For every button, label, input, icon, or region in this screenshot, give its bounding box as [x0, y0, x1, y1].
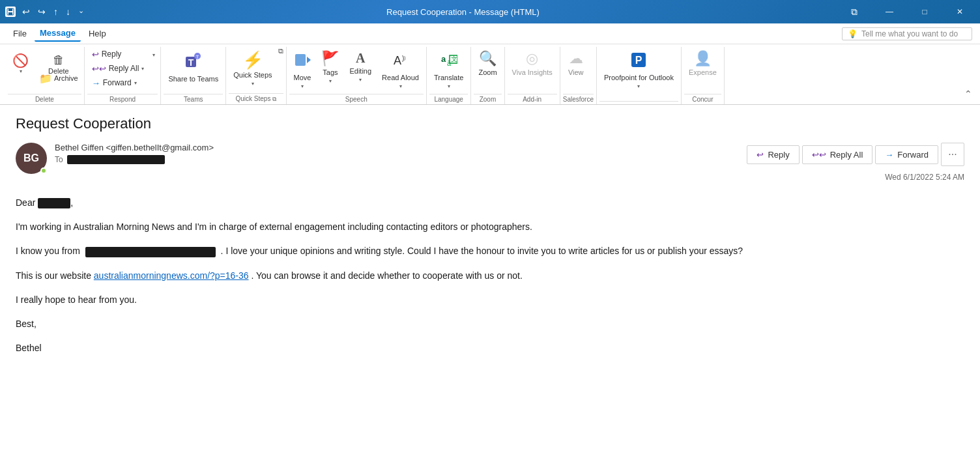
addin-group-label: Add-in [508, 94, 557, 104]
editing-btn[interactable]: A Editing ▾ [345, 47, 376, 87]
minimize-btn[interactable]: — [874, 0, 904, 23]
ribbon-group-addin: ◎ Viva Insights Add-in [505, 47, 560, 104]
close-btn[interactable]: ✕ [945, 0, 975, 23]
share-teams-label: Share to Teams [168, 75, 218, 83]
menu-message[interactable]: Message [35, 25, 81, 42]
sender-info: Bethel Giffen <giffen.bethelIt@gmail.com… [55, 143, 214, 164]
quicksteps-settings-icon[interactable]: ⧉ [278, 47, 283, 55]
proofpoint-group-content: P Proofpoint for Outlook ▾ [599, 47, 678, 100]
expense-icon: 👤 [694, 51, 712, 66]
undo-redo-group: ↩ ↪ ↑ ↓ ⌄ [20, 5, 87, 18]
readaloud-btn[interactable]: A)) Read Aloud ▾ [377, 47, 424, 87]
delete-btn[interactable]: 🗑 Delete [36, 50, 81, 69]
delete-group-label: Delete [8, 94, 81, 104]
addin-group-content: ◎ Viva Insights [508, 47, 557, 93]
reply-btn[interactable]: ↩ Reply [87, 47, 149, 61]
email-body: Dear , I'm working in Australian Morning… [16, 195, 964, 356]
svg-rect-7 [295, 54, 306, 66]
email-website-link[interactable]: australianmorningnews.com/?p=16-36 [94, 270, 249, 281]
salesforce-cloud-icon: ☁ [569, 51, 583, 66]
email-header: BG Bethel Giffen <giffen.bethelIt@gmail.… [16, 143, 964, 182]
ribbon: 🚫 ▾ 🗑 Delete 📁 Archive Delete ↩ [0, 44, 980, 105]
menu-file[interactable]: File [8, 26, 32, 41]
translate-dropdown-icon: ▾ [448, 83, 450, 89]
quicksteps-group-label: Quick Steps ⧉ [229, 93, 283, 104]
lightbulb-icon: 💡 [848, 29, 857, 38]
more-actions-btn[interactable]: ··· [941, 143, 964, 166]
ribbon-group-respond: ↩ Reply ↩↩ Reply All ▾ → Forward ▾ ▾ [85, 47, 162, 104]
reply-action-btn[interactable]: ↩ Reply [747, 145, 799, 164]
junk-dropdown-icon: ▾ [20, 68, 22, 74]
editing-label: Editing [349, 67, 371, 76]
share-teams-btn[interactable]: TT Share to Teams [164, 47, 223, 87]
svg-text:P: P [635, 55, 642, 66]
paragraph2-pre: I know you from [16, 246, 80, 256]
title-bar: ↩ ↪ ↑ ↓ ⌄ Request Cooperation - Message … [0, 0, 980, 23]
recipient-redacted [67, 155, 165, 164]
move-label: Move [294, 74, 311, 82]
view-btn[interactable]: ☁ View [563, 47, 589, 87]
respond-group-content: ↩ Reply ↩↩ Reply All ▾ → Forward ▾ ▾ [87, 47, 158, 93]
up-btn[interactable]: ↑ [51, 5, 61, 18]
readaloud-label: Read Aloud [382, 74, 419, 82]
zoom-btn[interactable]: 🔍 Zoom [474, 47, 501, 87]
email-greeting: Dear , [16, 195, 964, 211]
forward-action-icon: → [885, 150, 893, 160]
replyall-btn[interactable]: ↩↩ Reply All ▾ [87, 61, 149, 76]
forward-dropdown-icon: ▾ [134, 80, 137, 86]
to-label: To [55, 155, 63, 164]
ellipsis-icon: ··· [948, 149, 957, 160]
title-bar-controls: ⧉ — □ ✕ [839, 0, 975, 23]
proofpoint-label: Proofpoint for Outlook [604, 74, 674, 82]
quicksteps-dropdown-icon: ▾ [252, 81, 254, 87]
restore-window-btn[interactable]: ⧉ [839, 0, 869, 23]
tags-btn[interactable]: 🚩 Tags ▾ [317, 47, 343, 87]
expense-btn[interactable]: 👤 Expense [684, 47, 721, 87]
paragraph2-post: . I love your unique opinions and writin… [221, 246, 743, 256]
replyall-action-btn[interactable]: ↩↩ Reply All [802, 145, 873, 164]
window-title: Request Cooperation - Message (HTML) [87, 7, 839, 17]
forward-btn[interactable]: → Forward ▾ [87, 76, 149, 90]
translate-btn[interactable]: aã文 Translate ▾ [429, 47, 468, 87]
quicksteps-label: Quick Steps [233, 71, 272, 79]
actions-group-content: Move ▾ 🚩 Tags ▾ A Editing ▾ A)) Read Alo… [289, 47, 424, 93]
sender-to: To [55, 155, 214, 164]
ribbon-group-quicksteps: ⚡ Quick Steps ▾ ⧉ Quick Steps ⧉ [226, 47, 286, 104]
zoom-icon: 🔍 [479, 51, 497, 66]
proofpoint-btn[interactable]: P Proofpoint for Outlook ▾ [599, 47, 678, 87]
menu-help[interactable]: Help [83, 26, 111, 41]
tell-me-search[interactable]: 💡 Tell me what you want to do [842, 27, 972, 40]
undo-btn[interactable]: ↩ [20, 5, 33, 18]
more-respond-btn[interactable]: ▾ [150, 48, 158, 61]
concur-group-label: Concur [684, 94, 721, 104]
quicksteps-group-content: ⚡ Quick Steps ▾ ⧉ [229, 47, 283, 92]
viva-icon: ◎ [526, 51, 538, 66]
ribbon-group-proofpoint: P Proofpoint for Outlook ▾ [597, 47, 682, 104]
expense-label: Expense [689, 68, 717, 77]
paragraph2-redacted [85, 247, 216, 257]
reply-action-icon: ↩ [757, 150, 764, 160]
move-btn[interactable]: Move ▾ [289, 47, 316, 87]
proofpoint-icon: P [630, 51, 647, 71]
down-btn[interactable]: ↓ [63, 5, 73, 18]
redo-btn[interactable]: ↪ [35, 5, 48, 18]
quicksteps-btn[interactable]: ⚡ Quick Steps ▾ [229, 47, 276, 87]
language-group-label: Language [429, 94, 468, 104]
archive-btn[interactable]: 📁 Archive [36, 69, 81, 87]
more-tb-btn[interactable]: ⌄ [76, 5, 87, 18]
proofpoint-dropdown-icon: ▾ [637, 83, 640, 89]
viva-btn[interactable]: ◎ Viva Insights [508, 47, 557, 87]
forward-label: Forward [103, 78, 132, 87]
email-paragraph2: I know you from . I love your unique opi… [16, 243, 964, 259]
save-icon[interactable] [5, 7, 16, 17]
maximize-btn[interactable]: □ [910, 0, 940, 23]
forward-icon: → [92, 78, 100, 88]
archive-label: Archive [54, 74, 78, 83]
svg-text:): ) [404, 55, 406, 61]
forward-action-btn[interactable]: → Forward [875, 145, 938, 164]
editing-dropdown-icon: ▾ [359, 77, 362, 83]
junk-btn[interactable]: 🚫 ▾ [8, 48, 33, 89]
zoom-label: Zoom [478, 68, 497, 77]
email-paragraph1: I'm working in Australian Morning News a… [16, 219, 964, 235]
ribbon-collapse-btn[interactable]: ⌃ [962, 47, 975, 104]
